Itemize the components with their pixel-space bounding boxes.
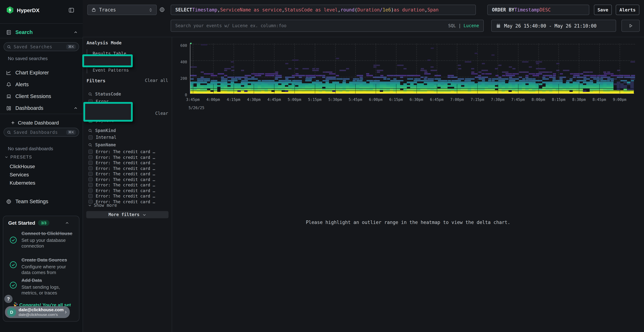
chevron-down-icon — [5, 155, 8, 159]
preset-services[interactable]: Services — [10, 172, 29, 178]
user-menu[interactable]: D dale@clickhouse.com dale@clickhouse.co… — [5, 306, 70, 318]
calendar-icon — [496, 23, 501, 28]
sql-orderby-editor[interactable]: ORDER BY Timestamp DESC — [487, 5, 589, 15]
search-icon — [88, 92, 92, 96]
filter-option-payment[interactable]: payment — [88, 118, 114, 123]
clear-servicename-button[interactable]: Clear — [155, 111, 168, 116]
sidebar-item-chart-explorer[interactable]: Chart Explorer — [0, 69, 83, 76]
x-axis-tick-label: 5:00pm — [288, 97, 301, 102]
check-circle-icon — [9, 281, 17, 289]
x-axis-tick-label: 6:45pm — [430, 97, 444, 102]
presets-toggle[interactable]: PRESETS — [5, 155, 32, 159]
checklist-item[interactable]: Add Data Start sending logs, metrics, or… — [22, 278, 75, 296]
sidebar-item-client-sessions[interactable]: Client Sessions — [0, 92, 83, 100]
checkbox-checked[interactable] — [88, 118, 92, 123]
sql-token: DESC — [540, 7, 551, 12]
show-more-button[interactable]: Show more — [88, 203, 117, 208]
sql-select-editor[interactable]: SELECT Timestamp, ServiceName as service… — [171, 5, 476, 15]
lucene-search-input[interactable]: Search your events w/ Lucene ex. column:… — [171, 20, 484, 32]
filter-option-internal[interactable]: Internal — [88, 135, 116, 140]
date-range-picker[interactable]: May 26 15:40:00 - May 26 21:10:00 — [491, 20, 616, 32]
chevron-up-icon[interactable] — [74, 30, 78, 34]
search-icon — [7, 44, 11, 49]
mode-event-deltas[interactable]: Event Deltas — [93, 59, 124, 64]
x-axis-date-label: 5/26/25 — [188, 106, 204, 110]
mode-sql-toggle[interactable]: SQL — [448, 23, 456, 28]
checkbox-unchecked[interactable] — [88, 155, 92, 160]
filter-option-spanname[interactable]: Error: The credit card … — [88, 155, 155, 160]
x-axis-tick-label: 8:30pm — [572, 97, 586, 102]
filter-option-spanname[interactable]: Error: The credit card … — [88, 149, 155, 154]
chevron-up-icon[interactable] — [65, 221, 69, 225]
filter-option-spanname[interactable]: Error: The credit card … — [88, 188, 155, 193]
checkbox-unchecked[interactable] — [88, 161, 92, 165]
filter-group-statuscode[interactable]: StatusCode — [88, 92, 121, 96]
filter-option-spanname[interactable]: Error: The credit card … — [88, 177, 155, 182]
clear-all-button[interactable]: Clear all — [145, 78, 168, 83]
mode-results-table[interactable]: Results Table — [93, 51, 126, 56]
filter-group-servicename[interactable]: ServiceName — [88, 111, 124, 116]
checkbox-unchecked[interactable] — [88, 194, 92, 198]
sidebar-collapse-icon[interactable] — [68, 7, 74, 13]
checkbox-unchecked[interactable] — [88, 172, 92, 176]
alerts-button[interactable]: Alerts — [616, 5, 639, 15]
search-icon — [7, 130, 11, 134]
more-filters-button[interactable]: More filters — [86, 211, 168, 218]
search-icon — [88, 111, 92, 116]
checkbox-unchecked[interactable] — [88, 188, 92, 193]
help-button[interactable]: ? — [4, 295, 12, 303]
saved-searches-input[interactable]: Saved Searches ⌘K — [4, 42, 79, 51]
brand[interactable]: HyperDX — [6, 6, 40, 14]
saved-dashboards-placeholder: Saved Dashboards — [14, 130, 64, 135]
checklist-item[interactable]: Connect to ClickHouse Set up your databa… — [22, 231, 75, 249]
saved-dashboards-input[interactable]: Saved Dashboards ⌘K — [4, 128, 79, 137]
filter-option-spanname[interactable]: Error: The credit card … — [88, 194, 155, 198]
checkbox-unchecked[interactable] — [88, 166, 92, 170]
source-select[interactable]: Traces — [87, 5, 157, 15]
source-settings-gear-icon[interactable] — [159, 7, 165, 12]
create-dashboard-button[interactable]: Create Dashboard — [0, 119, 83, 127]
mode-rail-active — [86, 57, 87, 66]
duration-heatmap[interactable] — [190, 42, 635, 94]
sidebar-item-label: Dashboards — [16, 105, 43, 111]
filter-option-label: Error: The credit card … — [96, 160, 155, 165]
run-query-button[interactable] — [622, 20, 640, 32]
filter-option-label: Error: The credit card … — [96, 171, 155, 176]
mode-event-patterns[interactable]: Event Patterns — [93, 68, 129, 72]
sidebar-item-dashboards[interactable]: Dashboards — [0, 104, 83, 112]
mode-lucene-toggle[interactable]: Lucene — [464, 23, 479, 28]
filter-option-spanname[interactable]: Error: The credit card … — [88, 171, 155, 176]
hyperdx-logo-icon — [6, 6, 14, 14]
filter-option-spanname[interactable]: Error: The credit card … — [88, 166, 155, 171]
sql-token: Span — [427, 7, 439, 12]
checkbox-unchecked[interactable] — [88, 178, 92, 182]
sidebar: HyperDX Search Saved Searches ⌘K No save… — [0, 0, 83, 332]
filter-group-name: ServiceName — [95, 111, 124, 116]
checklist-item[interactable]: Create Data Sources Configure where your… — [22, 257, 75, 276]
checkbox-unchecked[interactable] — [88, 100, 92, 104]
filter-group-spanname[interactable]: SpanName — [88, 142, 116, 148]
preset-kubernetes[interactable]: Kubernetes — [10, 180, 35, 186]
checkbox-unchecked[interactable] — [88, 183, 92, 187]
sidebar-item-search[interactable]: Search — [0, 28, 83, 36]
x-axis-tick-label: 7:45pm — [511, 97, 525, 102]
congrats-text: Congrats! You're all set — [19, 302, 71, 306]
x-axis-tick-label: 6:30pm — [410, 97, 423, 102]
checkbox-unchecked[interactable] — [88, 136, 92, 140]
filter-option-spanname[interactable]: Error: The credit card … — [88, 160, 155, 165]
filter-group-spankind[interactable]: SpanKind — [88, 128, 116, 133]
filter-option-error[interactable]: Error — [88, 99, 108, 104]
chevron-up-icon[interactable] — [74, 106, 78, 110]
save-button[interactable]: Save — [594, 5, 612, 15]
sidebar-item-label: Search — [16, 29, 33, 35]
sidebar-item-team-settings[interactable]: Team Settings — [0, 198, 83, 205]
dashboard-grid-icon — [6, 105, 12, 111]
filter-option-label: Error: The credit card … — [96, 194, 155, 198]
sidebar-item-alerts[interactable]: Alerts — [0, 80, 83, 88]
y-axis-tick-label: 200 — [173, 76, 187, 80]
preset-clickhouse[interactable]: ClickHouse — [10, 164, 35, 169]
checkbox-unchecked[interactable] — [88, 150, 92, 154]
filter-option-spanname[interactable]: Error: The credit card … — [88, 182, 155, 188]
x-axis-tick-label: 7:15pm — [470, 97, 484, 102]
kbd-shortcut: ⌘K — [66, 130, 76, 135]
